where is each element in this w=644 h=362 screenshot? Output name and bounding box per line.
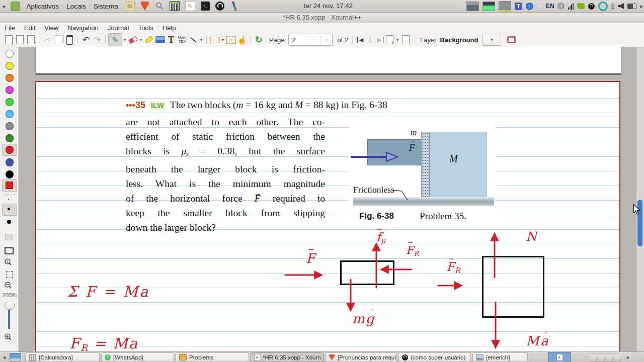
- update-shield-icon[interactable]: i: [557, 3, 565, 10]
- color-swatch-black[interactable]: [6, 170, 14, 178]
- taskbar-scroll-left-icon[interactable]: ◂: [3, 354, 6, 360]
- fit-width-icon[interactable]: [3, 246, 15, 256]
- taskbar-item-brave-tab[interactable]: [Pronúncias para requi…: [325, 352, 397, 362]
- page-number-value[interactable]: 2: [289, 36, 309, 44]
- mint-menu-icon[interactable]: [11, 2, 20, 11]
- menu-help[interactable]: Help: [158, 24, 181, 32]
- tray-restore-button[interactable]: x: [548, 352, 571, 362]
- clock[interactable]: ter 24 nov, 17:42: [304, 2, 353, 10]
- workspace-1-button[interactable]: [589, 353, 597, 361]
- color-swatch-gray[interactable]: [6, 122, 14, 130]
- keyboard-layout-indicator[interactable]: EN: [546, 3, 554, 10]
- obs-tray-icon[interactable]: [588, 3, 595, 10]
- brave-icon[interactable]: [140, 2, 149, 11]
- color-swatch-white[interactable]: [6, 50, 14, 58]
- current-color-swatch[interactable]: [6, 182, 13, 189]
- thickness-medium-button[interactable]: [8, 208, 10, 210]
- color-swatch-yellow[interactable]: [6, 62, 14, 70]
- copy-page-button[interactable]: [25, 34, 36, 46]
- shape-dropdown-icon[interactable]: ▾: [199, 34, 204, 46]
- zoom-slider-handle[interactable]: [5, 302, 15, 310]
- eraser-tool-button[interactable]: [127, 34, 138, 46]
- tray-expand-icon[interactable]: ▸: [640, 3, 643, 10]
- signal-bars-icon[interactable]: [568, 3, 574, 10]
- workspace-3-button[interactable]: [605, 353, 613, 361]
- taskbar-item-superuser[interactable]: (como super-usuário): [398, 352, 471, 362]
- image-tool-button[interactable]: [154, 34, 166, 46]
- vertical-space-tool-button[interactable]: ↕: [225, 34, 236, 46]
- obs-icon[interactable]: [215, 2, 224, 11]
- next-page-icon[interactable]: ↓: [365, 34, 376, 46]
- microphone-icon[interactable]: [611, 3, 614, 10]
- select-dropdown-icon[interactable]: ▾: [220, 34, 225, 46]
- color-swatch-darkgreen[interactable]: [6, 134, 14, 142]
- thickness-thick-button[interactable]: [7, 220, 11, 224]
- text-tool-button[interactable]: T: [166, 34, 177, 46]
- color-swatch-blue[interactable]: [6, 158, 14, 166]
- menu-journal[interactable]: Journal: [103, 24, 134, 32]
- first-page-icon[interactable]: ◀: [357, 37, 365, 43]
- eraser-dropdown-icon[interactable]: ▾: [138, 34, 143, 46]
- last-page-icon[interactable]: ▶: [376, 37, 384, 43]
- taskbar-item-emerich[interactable]: [emerich]: [472, 352, 528, 362]
- menu-edit[interactable]: Edit: [20, 24, 40, 32]
- sync-tray-icon[interactable]: [598, 2, 608, 11]
- menu-sistema[interactable]: Sistema: [93, 3, 119, 10]
- zoom-out-icon[interactable]: [3, 281, 15, 291]
- show-desktop-button[interactable]: [10, 353, 21, 361]
- vertical-scrollbar[interactable]: [636, 47, 644, 351]
- network-monitor-widget[interactable]: [499, 1, 511, 12]
- color-swatch-red[interactable]: [6, 146, 14, 154]
- window-titlebar[interactable]: *HR 6.35.xopp - Xournal++: [0, 12, 644, 24]
- cut-icon[interactable]: ✂: [42, 34, 53, 46]
- hand-tool-button[interactable]: ☝: [236, 34, 248, 46]
- save-button[interactable]: ↓: [3, 34, 14, 46]
- menu-locais[interactable]: Locais: [65, 3, 87, 10]
- select-rect-tool-button[interactable]: [209, 34, 220, 46]
- menu-tools[interactable]: Tools: [133, 24, 157, 32]
- menu-aplicativos[interactable]: Aplicativos: [26, 3, 60, 10]
- terminal-icon[interactable]: >_: [201, 2, 210, 11]
- screenkey-icon[interactable]: [230, 2, 239, 11]
- page-spinbox[interactable]: 2 − +: [288, 34, 333, 46]
- fit-page-icon[interactable]: [3, 269, 15, 280]
- power-icon[interactable]: [627, 4, 636, 9]
- add-page-dropdown-icon[interactable]: ▾: [395, 34, 400, 46]
- mathtex-tool-button[interactable]: Math TEX: [177, 34, 188, 46]
- layer-dropdown-button[interactable]: ▾: [482, 34, 501, 46]
- workspace-2-button[interactable]: [597, 353, 605, 361]
- mail-icon[interactable]: ✉: [125, 1, 135, 11]
- page-decrement-button[interactable]: −: [309, 36, 320, 44]
- taskbar-item-xournal[interactable]: x *HR 6.35.xopp - Xourn…: [251, 352, 324, 362]
- copy-icon[interactable]: [53, 34, 64, 46]
- delete-page-button[interactable]: −: [400, 34, 411, 46]
- document-canvas[interactable]: •••35 ILW The two blocks (m = 16 kg and …: [19, 47, 636, 351]
- color-swatch-orange[interactable]: [6, 74, 14, 82]
- teams-icon[interactable]: T: [515, 3, 522, 10]
- undo-icon[interactable]: ↶: [80, 34, 92, 46]
- menu-view[interactable]: View: [40, 24, 63, 32]
- new-page-before-button[interactable]: ⌐: [14, 34, 25, 46]
- highlighter-tool-button[interactable]: [143, 34, 154, 46]
- menu-file[interactable]: File: [0, 24, 20, 32]
- presentation-icon[interactable]: [506, 34, 517, 46]
- color-swatch-lightblue[interactable]: [6, 110, 14, 118]
- calculator-icon[interactable]: [170, 1, 180, 11]
- taskbar-item-whatsapp[interactable]: ✆ [WhatsApp]: [101, 352, 174, 362]
- color-swatch-green[interactable]: [6, 98, 14, 106]
- flower-tray-icon[interactable]: ❀: [537, 3, 542, 10]
- notes-icon[interactable]: ✎: [185, 1, 195, 11]
- zoom-100-icon[interactable]: 1: [3, 257, 15, 267]
- paste-icon[interactable]: [64, 34, 75, 46]
- taskbar-item-problems[interactable]: Problems: [176, 352, 249, 362]
- pen-tool-button[interactable]: ✎: [108, 33, 122, 46]
- redo-icon[interactable]: ↷: [92, 34, 103, 46]
- taskbar-scroll-right-icon[interactable]: ▸: [627, 354, 629, 360]
- nvidia-icon[interactable]: [577, 3, 585, 9]
- volume-icon[interactable]: [618, 3, 624, 9]
- page-1-bottom-edge[interactable]: [35, 47, 621, 75]
- thickness-fine-button[interactable]: [8, 199, 9, 200]
- add-page-button[interactable]: +: [384, 34, 395, 46]
- bluetooth-icon[interactable]: ᛒ: [526, 3, 533, 10]
- search-icon[interactable]: [155, 2, 164, 11]
